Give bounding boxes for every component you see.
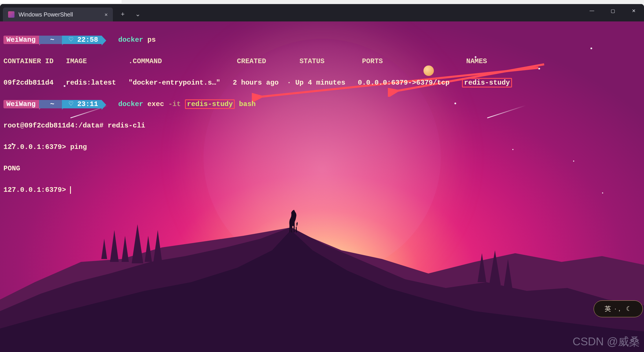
ime-separator: ·， [614, 304, 623, 313]
prompt-time: ♡ 23:11 [62, 100, 102, 108]
tab-title: Windows PowerShell [19, 11, 73, 18]
ps-header-row: CONTAINER ID IMAGE .COMMAND CREATED STAT… [3, 56, 512, 67]
flag-it: -it [168, 100, 181, 108]
close-button[interactable]: ✕ [623, 4, 644, 17]
prompt-user: WeiWang [3, 100, 39, 108]
maximize-button[interactable]: ▢ [602, 4, 623, 17]
tab-menu-button[interactable]: ⌄ [131, 8, 144, 20]
redis-ping-line: 127.0.0.1:6379> ping [3, 142, 512, 152]
command-docker: docker [118, 100, 143, 108]
ime-indicator[interactable]: 英 ·， ☾ [594, 300, 643, 317]
window-controls: — ▢ ✕ [581, 4, 644, 17]
watermark-text: CSDN @威桑 [573, 334, 640, 349]
subcommand-exec: exec [147, 100, 164, 108]
prompt-user: WeiWang [3, 36, 39, 44]
redis-prompt-line: 127.0.0.1:6379> [3, 185, 512, 195]
highlighted-container-arg: redis-study [185, 99, 235, 109]
powershell-icon [8, 11, 14, 18]
prompt-path: ~ [39, 36, 62, 44]
minimize-button[interactable]: — [581, 4, 602, 17]
moon-icon: ☾ [626, 305, 632, 313]
highlighted-container-name: redis-study [462, 78, 512, 87]
terminal-body[interactable]: WeiWang ~ ♡ 22:58 docker ps CONTAINER ID… [0, 21, 644, 352]
terminal-output: WeiWang ~ ♡ 22:58 docker ps CONTAINER ID… [0, 21, 515, 219]
prompt-time: ♡ 22:58 [62, 36, 102, 44]
ps-data-row: 09f2cdb811d4 redis:latest "docker-entryp… [3, 77, 512, 88]
terminal-window: Windows PowerShell ✕ + ⌄ — ▢ ✕ [0, 4, 644, 352]
subcommand-ps: ps [147, 36, 156, 44]
redis-pong-line: PONG [3, 163, 512, 174]
root-prompt-line: root@09f2cdb811d4:/data# redis-cli [3, 120, 512, 131]
new-tab-button[interactable]: + [116, 8, 129, 20]
arg-bash: bash [239, 100, 256, 108]
prompt-line-2: WeiWang ~ ♡ 23:11 docker exec -it redis-… [3, 99, 512, 110]
titlebar: Windows PowerShell ✕ + ⌄ — ▢ ✕ [0, 4, 644, 21]
cursor-icon [70, 186, 71, 194]
ime-label: 英 [605, 304, 611, 313]
tab-powershell[interactable]: Windows PowerShell ✕ [3, 8, 113, 21]
prompt-path: ~ [39, 100, 62, 108]
command-docker: docker [118, 36, 143, 44]
prompt-line-1: WeiWang ~ ♡ 22:58 docker ps [3, 34, 512, 45]
background-fragment [0, 0, 122, 4]
tab-close-icon[interactable]: ✕ [104, 11, 108, 18]
